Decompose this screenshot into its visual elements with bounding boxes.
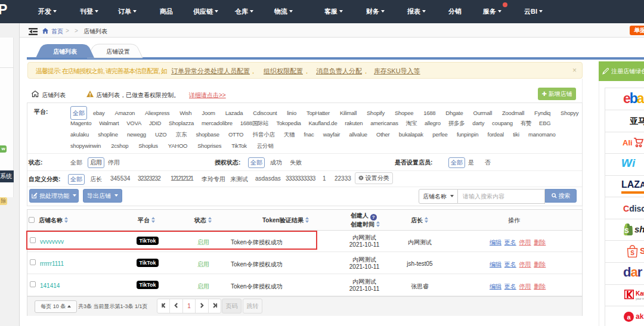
svg-text:S: S (630, 250, 634, 256)
svg-text:店铺列表: 店铺列表 (52, 48, 78, 55)
svg-text:S: S (624, 227, 628, 234)
svg-text:店铺设置: 店铺设置 (106, 48, 130, 55)
svg-text:a: a (627, 313, 631, 321)
